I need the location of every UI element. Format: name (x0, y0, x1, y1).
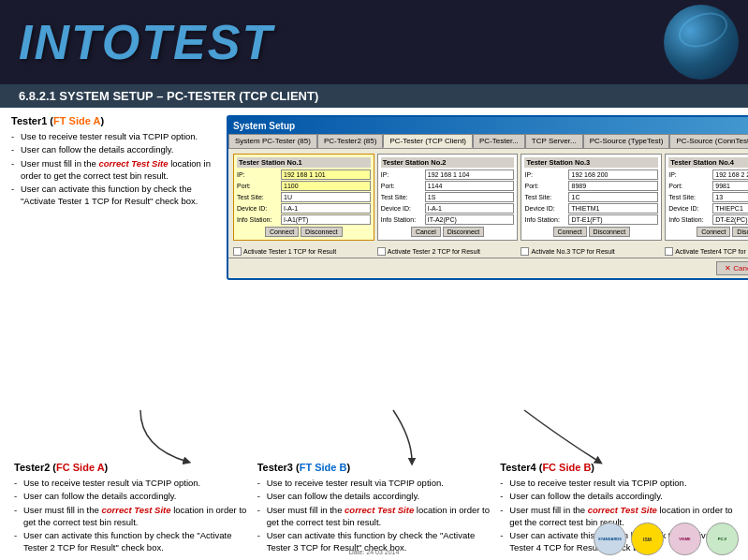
tester2-bullet-2: User can follow the details accordingly. (14, 490, 248, 502)
station-3-infostation-label: Info Station: (524, 216, 566, 223)
station-4-infostation-row: Info Station: DT-E2(PC) (668, 214, 748, 225)
station-2-port-value[interactable]: 1144 (425, 181, 515, 191)
system-setup-dialog: System Setup _ □ ✕ System PC-Tester (85)… (227, 115, 748, 280)
cancel-button[interactable]: ✕ Cancel (716, 261, 748, 275)
tester3-bullet-2: User can follow the details accordingly. (257, 490, 491, 502)
station-2-deviceid-row: Device ID: I-A-1 (381, 203, 515, 214)
station-2-buttons: Cancel Disconnect (381, 227, 515, 237)
subtitle-text: 6.8.2.1 SYSTEM SETUP – PC-TESTER (TCP CL… (19, 89, 318, 103)
station-2-ip-value[interactable]: 192 168 1 104 (425, 169, 515, 180)
station-3-buttons: Connect Disconnect (524, 227, 658, 237)
activate-checkbox-2[interactable]: Activate Tester 2 TCP for Result (377, 247, 519, 256)
station-1-infostation-value[interactable]: I-A1(PT) (281, 214, 371, 225)
station-3-testsite-label: Test Site: (524, 194, 566, 200)
dialog-footer: ✕ Cancel ✓ OK (228, 258, 748, 278)
station-2-infostation-row: Info Station: IT-A2(PC) (381, 214, 515, 225)
tab-tcp-server[interactable]: TCP Server... (525, 134, 583, 148)
activate-checkbox-1[interactable]: Activate Tester 1 TCP for Result (233, 247, 374, 256)
station-4-ip-value[interactable]: 192 168 2 201 (712, 169, 748, 180)
station-3-port-value[interactable]: 8989 (568, 181, 658, 191)
station-3-title: Tester Station No.3 (524, 157, 658, 168)
station-2-port-row: Port: 1144 (381, 181, 515, 191)
station-1-port-value[interactable]: 1100 (281, 181, 371, 191)
station-3-disconnect-btn[interactable]: Disconnect (589, 227, 631, 237)
activate-row: Activate Tester 1 TCP for Result Activat… (228, 245, 748, 258)
station-4-deviceid-value[interactable]: THIEPC1 (712, 203, 748, 214)
activate-label-2: Activate Tester 2 TCP for Result (388, 248, 480, 255)
tab-pc-source-conn[interactable]: PC-Source (ConnTest) (669, 134, 748, 148)
station-3-testsite-row: Test Site: 1C (524, 192, 658, 202)
station-4-connect-btn[interactable]: Connect (697, 227, 730, 237)
station-3-ip-value[interactable]: 192 168 200 (568, 169, 658, 180)
dialog-titlebar: System Setup _ □ ✕ (228, 117, 748, 134)
station-3-deviceid-label: Device ID: (524, 205, 566, 212)
station-1-testsite-label: Test Site: (237, 194, 279, 200)
tester3-side: FT Side B (300, 462, 347, 473)
station-1-infostation-label: Info Station: (237, 216, 279, 223)
tester1-bullet-list: Use to receive tester result via TCPIP o… (11, 130, 217, 208)
tester1-header: Tester1 (FT Side A) (11, 115, 217, 126)
station-4-infostation-label: Info Station: (668, 216, 711, 223)
tester4-bullet-2: User can follow the details accordingly. (500, 490, 734, 502)
date-text: Date: 24 03 2014 (349, 549, 400, 555)
activate-checkbox-3[interactable]: Activate No.3 TCP for Result (521, 247, 662, 256)
station-4-ip-label: IP: (668, 171, 711, 178)
station-2-title: Tester Station No.2 (381, 157, 515, 168)
station-4-deviceid-row: Device ID: THIEPC1 (668, 203, 748, 214)
globe-icon (664, 5, 739, 80)
station-4-disconnect-btn[interactable]: Disconnect (732, 227, 748, 237)
tester1-bullet-4: User can activate this function by check… (11, 183, 217, 208)
station-3-testsite-value[interactable]: 1C (568, 192, 658, 202)
subtitle-bar: 6.8.2.1 SYSTEM SETUP – PC-TESTER (TCP CL… (0, 84, 748, 108)
dialog-title: System Setup (233, 121, 295, 131)
station-1-ip-value[interactable]: 192 168 1 101 (281, 169, 371, 180)
station-4-deviceid-label: Device ID: (668, 205, 711, 212)
station-1-testsite-row: Test Site: 1U (237, 192, 371, 202)
station-2-deviceid-value[interactable]: I-A-1 (425, 203, 515, 214)
checkbox-3-box[interactable] (521, 247, 529, 256)
tester3-description: Tester3 (FT Side B) Use to receive teste… (257, 462, 491, 555)
tester2-bullet-3: User must fill in the correct Test Site … (14, 504, 248, 529)
station-2: Tester Station No.2 IP: 192 168 1 104 Po… (377, 154, 519, 241)
app-title: INTOTEST (19, 14, 273, 70)
station-2-testsite-label: Test Site: (381, 194, 423, 200)
tab-pctester-tcp[interactable]: PC-Tester (TCP Client) (383, 134, 473, 148)
visme-logo: VISME (668, 523, 701, 555)
stations-grid: Tester Station No.1 IP: 192 168 1 101 Po… (228, 149, 748, 245)
station-4-infostation-value[interactable]: DT-E2(PC) (712, 214, 748, 225)
tester2-side: FC Side A (56, 462, 105, 473)
station-2-testsite-value[interactable]: 1S (425, 192, 515, 202)
header: INTOTEST (0, 0, 748, 84)
station-1-deviceid-value[interactable]: I-A-1 (281, 203, 371, 214)
station-2-deviceid-label: Device ID: (381, 205, 423, 212)
dialog-tabs: System PC-Tester (85) PC-Tester2 (85) PC… (228, 134, 748, 149)
station-3-infostation-value[interactable]: DT-E1(FT) (568, 214, 658, 225)
activate-label-3: Activate No.3 TCP for Result (531, 248, 614, 255)
tab-pctester-dots[interactable]: PC-Tester... (473, 134, 525, 148)
station-1-testsite-value[interactable]: 1U (281, 192, 371, 202)
station-4-port-value[interactable]: 9981 (712, 181, 748, 191)
station-3-deviceid-value[interactable]: THIETM1 (568, 203, 658, 214)
checkbox-4-box[interactable] (665, 247, 673, 256)
station-2-disconnect-btn[interactable]: Disconnect (443, 227, 485, 237)
station-2-infostation-value[interactable]: IT-A2(PC) (425, 214, 515, 225)
station-4-testsite-row: Test Site: 13 (668, 192, 748, 202)
tester3-bullet-list: Use to receive tester result via TCPIP o… (257, 477, 491, 554)
station-3-connect-btn[interactable]: Connect (553, 227, 587, 237)
tester1-bullet-3: User must fill in the correct Test Site … (11, 157, 217, 183)
tester3-header: Tester3 (FT Side B) (257, 462, 491, 473)
station-1-disconnect-btn[interactable]: Disconnect (301, 227, 343, 237)
station-1-infostation-row: Info Station: I-A1(PT) (237, 214, 371, 225)
tab-system-pctester[interactable]: System PC-Tester (85) (228, 134, 317, 148)
station-2-cancel-btn[interactable]: Cancel (411, 227, 441, 237)
checkbox-1-box[interactable] (233, 247, 242, 256)
station-1-connect-btn[interactable]: Connect (265, 227, 299, 237)
station-2-ip-row: IP: 192 168 1 104 (381, 169, 515, 180)
activate-checkbox-4[interactable]: Activate Tester4 TCP for Result (665, 247, 748, 256)
tester1-bullet-1: Use to receive tester result via TCPIP o… (11, 130, 217, 142)
tab-pctester2[interactable]: PC-Tester2 (85) (317, 134, 383, 148)
tab-pc-source-type[interactable]: PC-Source (TypeTest) (583, 134, 670, 148)
station-4-testsite-value[interactable]: 13 (712, 192, 748, 202)
checkbox-2-box[interactable] (377, 247, 386, 256)
station-2-infostation-label: Info Station: (381, 216, 423, 223)
